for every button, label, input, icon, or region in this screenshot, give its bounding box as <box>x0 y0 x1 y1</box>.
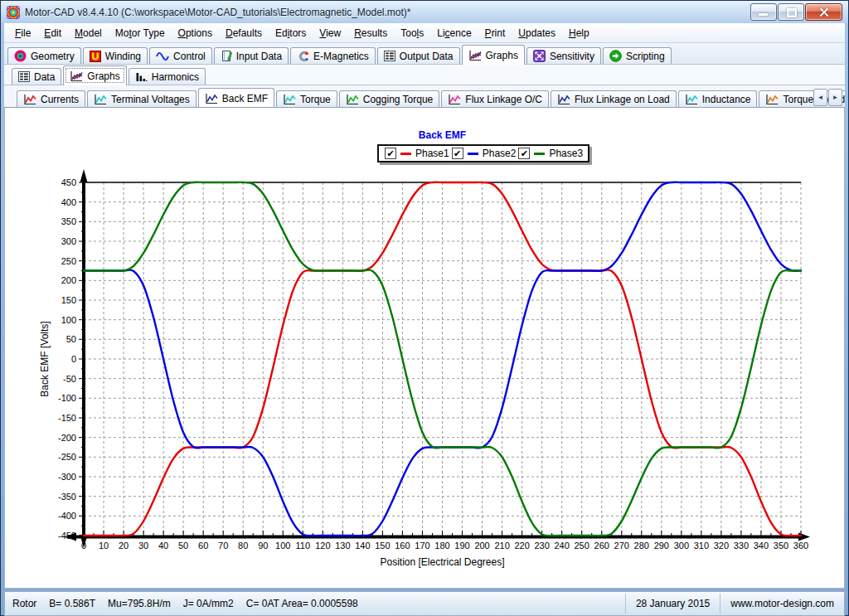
main-tab-output-data[interactable]: Output Data <box>377 47 460 64</box>
main-tab-label: Winding <box>105 51 141 62</box>
svg-text:350: 350 <box>61 216 76 226</box>
svg-text:450: 450 <box>61 177 76 187</box>
svg-text:190: 190 <box>454 541 469 551</box>
svg-text:100: 100 <box>61 315 76 325</box>
tab-scroller: ◄ ► <box>813 89 842 106</box>
main-tab-label: Control <box>173 51 206 62</box>
tab-scroll-left-button[interactable]: ◄ <box>813 89 827 106</box>
phase2-checkbox[interactable]: ✔ <box>452 148 463 159</box>
phase1-color-dash <box>400 153 411 155</box>
menu-item-tools[interactable]: Tools <box>394 25 430 41</box>
svg-text:50: 50 <box>66 334 76 344</box>
menu-item-model[interactable]: Model <box>68 25 109 41</box>
menu-item-view[interactable]: View <box>313 25 347 41</box>
menu-item-updates[interactable]: Updates <box>512 25 562 41</box>
tab-scroll-right-button[interactable]: ► <box>828 89 842 106</box>
main-tab-scripting[interactable]: Scripting <box>603 47 672 64</box>
svg-text:130: 130 <box>335 541 350 551</box>
main-tab-input-data[interactable]: Input Data <box>214 47 289 64</box>
title-bar[interactable]: Motor-CAD v8.4.4.10 (C:\workspace\Motor-… <box>1 1 848 23</box>
phase3-checkbox[interactable]: ✔ <box>518 148 530 159</box>
chart-legend: ✔Phase1✔Phase2✔Phase3 <box>377 144 589 162</box>
graph-tab-inductance[interactable]: Inductance <box>678 90 758 107</box>
menu-item-print[interactable]: Print <box>478 25 512 41</box>
view-tab-graphs[interactable]: Graphs <box>63 65 126 85</box>
legend-item-phase1: ✔Phase1 <box>383 148 450 159</box>
svg-text:30: 30 <box>138 541 148 551</box>
main-tab-e-magnetics[interactable]: E-Magnetics <box>290 47 376 64</box>
view-tab-label: Graphs <box>87 70 119 82</box>
graph-tab-flux-linkage-on-load[interactable]: Flux Linkage on Load <box>551 90 677 107</box>
menu-item-options[interactable]: Options <box>172 25 219 41</box>
close-button[interactable] <box>805 3 842 21</box>
menu-item-defaults[interactable]: Defaults <box>219 25 269 41</box>
graph-tab-label: Back EMF <box>222 93 268 104</box>
graph-tab-terminal-voltages[interactable]: Terminal Voltages <box>87 90 196 107</box>
svg-text:220: 220 <box>514 541 529 551</box>
graph-tab-flux-linkage-o-c[interactable]: Flux Linkage O/C <box>441 90 549 107</box>
svg-text:280: 280 <box>634 541 649 551</box>
svg-text:320: 320 <box>714 541 729 551</box>
menu-item-file[interactable]: File <box>8 25 37 41</box>
svg-text:400: 400 <box>61 197 76 207</box>
main-tab-sensitivity[interactable]: Sensitivity <box>526 47 601 64</box>
chart-grid <box>84 182 801 536</box>
svg-text:40: 40 <box>158 541 168 551</box>
svg-text:230: 230 <box>534 541 549 551</box>
main-tab-control[interactable]: Control <box>149 47 212 64</box>
graph-tab-back-emf[interactable]: Back EMF <box>198 88 274 108</box>
view-tab-label: Harmonics <box>152 71 199 83</box>
y-axis-title: Back EMF [Volts] <box>39 321 51 396</box>
input-data-icon <box>221 50 232 62</box>
maximize-button[interactable] <box>778 3 804 21</box>
main-tab-label: Geometry <box>31 51 75 62</box>
status-value: Rotor <box>12 598 36 609</box>
svg-text:170: 170 <box>415 541 429 551</box>
status-value: Mu=795.8H/m <box>108 598 171 609</box>
menu-item-help[interactable]: Help <box>562 25 596 41</box>
main-tab-graphs[interactable]: Graphs <box>462 45 525 65</box>
legend-label: Phase3 <box>549 148 583 159</box>
svg-text:300: 300 <box>674 541 689 551</box>
output-data-icon <box>384 51 395 61</box>
axis-ticks: 0102030405060708090100110120130140150160… <box>58 177 808 551</box>
phase1-checkbox[interactable]: ✔ <box>385 148 396 159</box>
graph-tab-torque[interactable]: Torque <box>276 90 337 107</box>
svg-text:140: 140 <box>355 541 370 551</box>
svg-text:80: 80 <box>238 541 248 551</box>
svg-text:110: 110 <box>296 541 311 551</box>
status-value: C= 0AT Area= 0.0005598 <box>246 598 358 609</box>
motor-cad-logo-icon <box>7 6 20 19</box>
flux-linkage-o-c-icon <box>448 94 461 105</box>
graph-tab-currents[interactable]: Currents <box>17 90 85 107</box>
svg-text:260: 260 <box>594 541 609 551</box>
menu-item-edit[interactable]: Edit <box>37 25 68 41</box>
view-tab-data[interactable]: Data <box>12 68 61 85</box>
status-date: 28 January 2015 <box>626 592 720 615</box>
view-tab-harmonics[interactable]: Harmonics <box>129 68 206 85</box>
menu-item-licence[interactable]: Licence <box>430 25 478 41</box>
graph-tab-cogging-torque[interactable]: Cogging Torque <box>339 90 440 107</box>
view-tabs: DataGraphsHarmonics <box>4 65 845 85</box>
menu-item-results[interactable]: Results <box>347 25 394 41</box>
chart-panel: Back EMF ✔Phase1✔Phase2✔Phase3 010203040… <box>4 108 845 589</box>
svg-text:200: 200 <box>474 541 489 551</box>
main-tab-geometry[interactable]: Geometry <box>7 47 81 64</box>
flux-linkage-on-load-icon <box>557 94 570 105</box>
harmonics-icon <box>135 71 148 83</box>
svg-text:300: 300 <box>61 236 76 246</box>
main-tab-label: Input Data <box>236 51 282 62</box>
graph-tab-label: Currents <box>41 94 79 105</box>
svg-text:70: 70 <box>218 541 228 551</box>
legend-item-phase2: ✔Phase2 <box>450 148 517 159</box>
menu-item-editors[interactable]: Editors <box>269 25 313 41</box>
inductance-icon <box>685 94 698 105</box>
minimize-button[interactable] <box>750 3 777 21</box>
main-tab-winding[interactable]: Winding <box>83 47 148 64</box>
svg-text:10: 10 <box>99 541 109 551</box>
menu-item-motor-type[interactable]: Motor Type <box>109 25 172 41</box>
legend-item-phase3: ✔Phase3 <box>517 148 584 159</box>
svg-text:-400: -400 <box>58 511 76 521</box>
svg-text:160: 160 <box>395 541 410 551</box>
status-bar: RotorB= 0.586TMu=795.8H/mJ= 0A/mm2C= 0AT… <box>4 591 845 616</box>
